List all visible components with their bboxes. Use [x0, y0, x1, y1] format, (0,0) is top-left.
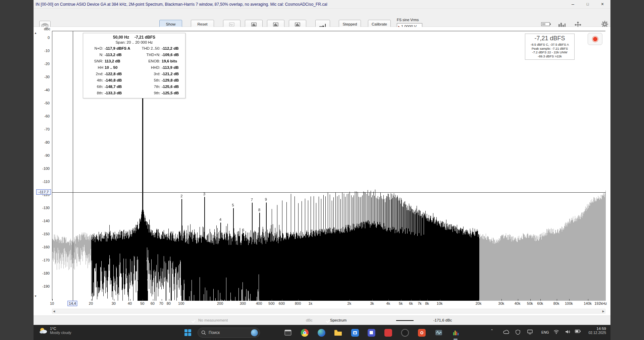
y-tick-label: -190 — [34, 284, 50, 288]
y-tick-label: -140 — [34, 219, 50, 223]
legend-units-label: dBc — [306, 318, 313, 322]
y-tick-label: -90 — [34, 153, 50, 157]
search-box[interactable]: Поиск — [198, 328, 260, 338]
harmonic-label: 7 — [251, 198, 253, 202]
readout-line-2: Peak sample: -7.21 dBFS — [526, 47, 574, 51]
app-icon-store[interactable] — [349, 328, 361, 338]
y-tick-label: -180 — [34, 271, 50, 275]
horizontal-scrollbar[interactable]: ◀ ▶ — [52, 309, 605, 313]
language-indicator[interactable]: ENG — [541, 330, 549, 334]
clock[interactable]: 14:59 02.12.2025 — [588, 327, 606, 335]
close-button[interactable]: × — [595, 0, 610, 9]
volume-icon[interactable] — [565, 330, 570, 334]
tray-chevron-icon[interactable]: ⌃ — [490, 329, 493, 333]
app-icon-red-2[interactable] — [416, 328, 428, 338]
tray-shield-icon[interactable] — [516, 330, 520, 335]
level-meter-button[interactable] — [541, 21, 551, 27]
window-title: IN [00-00] on Comtrue ASIO Device GA at … — [36, 2, 327, 7]
tray-cloud-icon[interactable] — [503, 330, 509, 334]
time: 14:59 — [588, 327, 606, 331]
x-tick-label: 8k — [425, 301, 429, 305]
readout-line-4: -89.3 dBFS >22k — [526, 54, 574, 58]
y-tick-label: -80 — [34, 140, 50, 144]
x-tick-label: 100k — [565, 301, 573, 305]
weather-temp: 1°C — [50, 327, 71, 331]
y-axis-unit: dBc — [34, 27, 50, 31]
x-tick-label: 20 — [89, 301, 93, 305]
settings-button[interactable] — [601, 21, 608, 28]
blue-app-glyph — [370, 331, 373, 334]
rew-spectrum-window: IN [00-00] on Comtrue ASIO Device GA at … — [34, 0, 610, 325]
scroll-right-icon[interactable]: ▶ — [602, 310, 604, 313]
info-label: 8th: — [85, 90, 104, 96]
y-tick-label: -10 — [34, 49, 50, 53]
spectrum-line-swatch — [396, 320, 414, 321]
toolbar: Show distortion Reset averaging WAV Curr… — [34, 9, 610, 27]
weather-icon — [39, 327, 48, 334]
info-value: -133,3 dB — [105, 90, 139, 96]
frequency-cursor-line[interactable] — [73, 31, 73, 301]
x-tick-label: 40 — [128, 301, 132, 305]
info-value: -109,6 dB — [162, 52, 185, 58]
cursor-level-readout: -117,7 — [36, 189, 51, 195]
date: 02.12.2025 — [588, 331, 606, 335]
spectrum-level-value: -171,6 dBc — [433, 318, 452, 322]
desktop: IN [00-00] on Comtrue ASIO Device GA at … — [34, 0, 610, 340]
info-value: -125,5 dB — [162, 90, 185, 96]
axis-scroll-down-icon[interactable]: ▼ — [34, 295, 37, 298]
harmonic-label: 6 — [242, 228, 244, 232]
x-tick-label: 3k — [370, 301, 374, 305]
wifi-icon[interactable] — [553, 330, 559, 334]
app-icon-rew[interactable] — [449, 328, 462, 338]
info-value: -140,8 dB — [105, 77, 139, 84]
x-tick-label: 400 — [256, 301, 262, 305]
app-icon-red-1[interactable] — [382, 328, 394, 338]
app-icon-dark[interactable] — [399, 328, 411, 338]
tray-monitor-icon[interactable] — [527, 330, 533, 334]
y-tick-label: -60 — [34, 114, 50, 118]
x-tick-label: 80 — [167, 301, 171, 305]
folder-icon — [334, 329, 342, 336]
y-tick-label: -70 — [34, 127, 50, 131]
record-button[interactable] — [588, 33, 602, 45]
info-value: -113,2 dB — [105, 52, 139, 58]
weather-widget[interactable]: 1°C Mostly cloudy — [39, 327, 71, 335]
app-icon-file-explorer[interactable] — [332, 328, 344, 338]
harmonic-label: 8 — [258, 208, 260, 212]
app-icon-edge[interactable] — [315, 328, 327, 338]
x-tick-label: 30k — [498, 301, 504, 305]
info-label: THD+N: — [140, 52, 161, 58]
y-tick-label: -170 — [34, 258, 50, 262]
battery-icon[interactable] — [575, 330, 581, 333]
app-icon-audio[interactable] — [433, 328, 445, 338]
scroll-left-icon[interactable]: ◀ — [53, 310, 55, 313]
measurement-info-panel: 50,00 Hz -7,21 dBFS Span: 20 .. 20 000 H… — [83, 33, 185, 98]
app-icon-chrome[interactable] — [299, 328, 311, 338]
x-tick-label: 800 — [295, 301, 301, 305]
save-graph-icon — [251, 22, 257, 27]
fs-sine-label: FS sine Vrms — [397, 18, 428, 22]
x-tick-label: 40k — [515, 301, 521, 305]
x-tick-label: 6k — [409, 301, 413, 305]
info-value: -121,2 dB — [162, 71, 185, 77]
start-button[interactable] — [183, 328, 192, 337]
span-readout: Span: 20 .. 20 000 Hz — [85, 40, 183, 44]
meter-icon — [541, 21, 551, 27]
harmonic-label: 9 — [265, 197, 267, 201]
app-icon-window[interactable] — [282, 328, 294, 338]
info-label: HH — [85, 64, 104, 71]
x-tick-label: 5k — [399, 301, 403, 305]
app-icon-blue[interactable] — [365, 328, 377, 338]
x-tick-label: 200 — [217, 301, 223, 305]
audio-app-icon — [435, 329, 442, 336]
x-tick-label: 50k — [527, 301, 533, 305]
window-controls: – □ × — [566, 0, 610, 9]
maximize-button[interactable]: □ — [580, 0, 595, 9]
info-label: SNR: — [85, 58, 104, 64]
info-label: 6th: — [85, 84, 104, 90]
minimize-button[interactable]: – — [566, 0, 580, 9]
level-cursor-line[interactable] — [52, 192, 606, 193]
info-label: ENOB: — [140, 58, 161, 64]
axis-scroll-up-icon[interactable]: ▲ — [34, 32, 37, 35]
readout-line-3: -7.2 dBFS 22 - 22k UNW — [526, 50, 574, 54]
